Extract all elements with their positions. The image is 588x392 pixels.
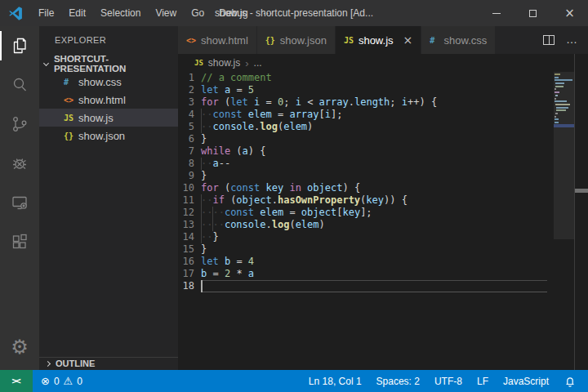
explorer-sidebar: EXPLORER SHORTCUT-PRESENTATION #show.css… [39, 26, 178, 370]
line-number: 15 [178, 243, 194, 256]
maximize-icon [529, 10, 537, 17]
code-text: for (const key in object) { [201, 182, 360, 194]
code-text: ··} [201, 231, 219, 243]
problems-status[interactable]: ⊗ 0 ⚠ 0 [33, 375, 82, 387]
activity-remote-explorer-button[interactable] [0, 183, 39, 222]
status-item-spaces-2[interactable]: Spaces: 2 [376, 376, 420, 387]
folder-shortcut-presentation[interactable]: SHORTCUT-PRESENTATION [39, 55, 178, 73]
sidebar-item-show-css[interactable]: #show.css [39, 73, 178, 91]
tab-show-json[interactable]: {}show.json [257, 26, 335, 54]
status-item-javascript[interactable]: JavaScript [503, 376, 549, 387]
status-item-lf[interactable]: LF [477, 376, 488, 387]
code-line-6[interactable]: 6} [178, 133, 588, 145]
split-editor-icon[interactable] [543, 35, 555, 45]
file-type-icon: {} [64, 131, 78, 140]
activity-extensions-button[interactable] [0, 222, 39, 261]
overview-ruler-border [574, 54, 575, 370]
sidebar-item-show-js[interactable]: JSshow.js [39, 109, 178, 127]
close-icon: × [564, 7, 575, 20]
file-type-icon: # [64, 78, 78, 87]
tab-label: show.js [359, 34, 394, 47]
file-type-icon: <> [64, 96, 78, 105]
indent-guide [201, 194, 202, 243]
code-editor[interactable]: 1// a comment2let a = 53for (let i = 0; … [178, 72, 588, 370]
minimap[interactable] [554, 72, 574, 370]
minimap-rows [555, 74, 574, 127]
status-right: Ln 18, Col 1Spaces: 2UTF-8LFJavaScript [309, 375, 588, 388]
file-type-icon: # [430, 36, 443, 45]
file-name: show.css [78, 76, 122, 88]
status-item-ln-18-col-1[interactable]: Ln 18, Col 1 [309, 376, 362, 387]
line-number: 16 [178, 256, 194, 268]
code-line-4[interactable]: 4··const elem = array[i]; [178, 109, 588, 121]
title-bar: FileEditSelectionViewGoDebug··· show.js … [0, 0, 588, 26]
files-icon [10, 36, 29, 56]
menu-view[interactable]: View [148, 0, 184, 26]
menu-edit[interactable]: Edit [61, 0, 93, 26]
breadcrumb-file[interactable]: show.js [208, 57, 240, 69]
tab-show-html[interactable]: <>show.html [178, 26, 256, 54]
status-item-utf-8[interactable]: UTF-8 [434, 376, 462, 387]
code-line-17[interactable]: 17b = 2 * a [178, 268, 588, 280]
code-line-12[interactable]: 12····const elem = object[key]; [178, 207, 588, 219]
warning-icon: ⚠ [64, 375, 74, 387]
sidebar-item-show-json[interactable]: {}show.json [39, 127, 178, 145]
activity-debug-button[interactable] [0, 144, 39, 183]
code-text: } [201, 170, 207, 182]
close-tab-icon[interactable]: × [403, 34, 413, 46]
remote-indicator[interactable]: >< [0, 370, 33, 392]
tabs: <>show.html{}show.jsonJSshow.js×#show.cs… [178, 26, 531, 54]
code-line-5[interactable]: 5··console.log(elem) [178, 121, 588, 133]
code-line-3[interactable]: 3for (let i = 0; i < array.length; i++) … [178, 96, 588, 109]
code-line-1[interactable]: 1// a comment [178, 72, 588, 84]
code-line-2[interactable]: 2let a = 5 [178, 84, 588, 96]
tab-show-css[interactable]: #show.css [421, 26, 495, 54]
extensions-icon [10, 232, 29, 252]
file-type-icon: <> [186, 36, 201, 45]
tab-show-js[interactable]: JSshow.js× [336, 26, 421, 54]
bell-icon [564, 375, 577, 388]
line-number: 1 [178, 72, 194, 84]
current-line-highlight [201, 280, 547, 292]
code-line-11[interactable]: 11··if (object.hasOwnProperty(key)) { [178, 194, 588, 207]
code-line-9[interactable]: 9} [178, 170, 588, 182]
minimize-icon [492, 13, 501, 14]
activity-search-button[interactable] [0, 65, 39, 105]
line-number: 8 [178, 158, 194, 170]
sidebar-item-show-html[interactable]: <>show.html [39, 91, 178, 109]
close-button[interactable]: × [551, 0, 588, 26]
code-text: let a = 5 [201, 84, 254, 96]
minimize-button[interactable] [478, 0, 514, 26]
status-bar: >< ⊗ 0 ⚠ 0 Ln 18, Col 1Spaces: 2UTF-8LFJ… [0, 370, 588, 392]
manage-button[interactable]: ⚙ [0, 331, 39, 363]
minimap-line [555, 98, 574, 100]
file-type-icon: JS [344, 36, 359, 45]
breadcrumb-more[interactable]: ... [254, 57, 262, 69]
code-lines: 1// a comment2let a = 53for (let i = 0; … [178, 72, 588, 292]
minimap-line [555, 79, 574, 81]
breadcrumb[interactable]: JS show.js › ... [178, 54, 588, 72]
code-line-7[interactable]: 7while (a) { [178, 145, 588, 158]
notifications-bell-button[interactable] [564, 375, 577, 388]
vscode-window: FileEditSelectionViewGoDebug··· show.js … [0, 0, 588, 392]
gear-icon: ⚙ [11, 336, 29, 359]
more-actions-icon[interactable]: … [566, 38, 578, 42]
code-line-8[interactable]: 8··a-- [178, 158, 588, 170]
code-line-16[interactable]: 16let b = 4 [178, 256, 588, 268]
source-control-icon [10, 114, 29, 134]
menu-file[interactable]: File [31, 0, 61, 26]
minimap-current-line [554, 124, 574, 127]
code-line-14[interactable]: 14··} [178, 231, 588, 243]
tab-bar: <>show.html{}show.jsonJSshow.js×#show.cs… [178, 26, 588, 54]
code-line-15[interactable]: 15} [178, 243, 588, 256]
menu-selection[interactable]: Selection [93, 0, 148, 26]
minimap-line [555, 77, 574, 78]
activity-explorer-button[interactable] [0, 26, 39, 65]
activity-source-control-button[interactable] [0, 105, 39, 144]
code-line-13[interactable]: 13····console.log(elem) [178, 219, 588, 231]
outline-section[interactable]: OUTLINE [39, 357, 178, 370]
menu-go[interactable]: Go [184, 0, 212, 26]
window-controls: × [478, 0, 588, 26]
code-line-10[interactable]: 10for (const key in object) { [178, 182, 588, 194]
maximize-button[interactable] [514, 0, 551, 26]
